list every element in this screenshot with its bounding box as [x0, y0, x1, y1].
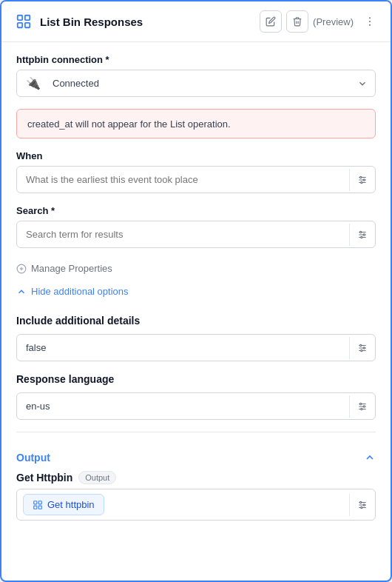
svg-point-41 [360, 501, 362, 503]
svg-point-17 [363, 233, 365, 235]
get-httpbin-tune-button[interactable] [349, 494, 375, 516]
edit-button[interactable] [260, 10, 282, 33]
search-field-group: Search * [16, 205, 376, 248]
svg-point-33 [361, 408, 362, 409]
section-divider [16, 432, 376, 432]
svg-rect-34 [34, 501, 37, 504]
alert-box: created_at will not appear for the List … [16, 109, 376, 138]
include-details-tune-button[interactable] [349, 337, 375, 359]
delete-button[interactable] [286, 10, 308, 33]
manage-properties-label: Manage Properties [31, 263, 112, 274]
include-details-title: Include additional details [16, 315, 376, 327]
header-actions: (Preview) [260, 10, 379, 33]
include-details-value: false [17, 335, 349, 361]
svg-point-31 [360, 403, 362, 404]
svg-point-5 [369, 21, 371, 22]
svg-point-10 [360, 176, 362, 178]
response-language-wrapper: en-us [16, 392, 376, 420]
main-panel: List Bin Responses (Preview) [0, 0, 392, 582]
when-field-group: When [16, 150, 376, 193]
svg-point-18 [361, 236, 362, 238]
svg-rect-37 [38, 506, 41, 509]
more-menu-button[interactable] [361, 13, 379, 30]
svg-point-42 [363, 504, 365, 505]
output-chevron-icon [364, 452, 376, 464]
response-language-tune-button[interactable] [349, 395, 375, 418]
svg-point-6 [369, 24, 371, 26]
alert-text: created_at will not appear for the List … [27, 118, 231, 130]
svg-point-12 [361, 181, 362, 183]
when-input-wrapper [16, 166, 376, 193]
svg-rect-2 [18, 23, 22, 27]
panel-title: List Bin Responses [40, 16, 254, 28]
preview-label: (Preview) [313, 16, 354, 27]
output-section: Output Get Httpbin Output [16, 444, 376, 521]
when-label: When [16, 150, 376, 161]
search-label: Search * [16, 205, 376, 216]
get-httpbin-label: Get Httpbin [16, 472, 72, 484]
get-httpbin-row: Get Httpbin Output [16, 471, 376, 484]
hide-options-label: Hide additional options [31, 286, 129, 297]
svg-point-16 [360, 231, 362, 233]
manage-properties-button[interactable]: Manage Properties [16, 260, 112, 277]
svg-point-26 [363, 347, 365, 348]
include-details-group: Include additional details false [16, 315, 376, 361]
when-input[interactable] [17, 167, 349, 193]
panel-body: httpbin connection * 🔌 Connected created… [1, 42, 391, 581]
connection-value: Connected [50, 70, 350, 96]
hide-options-button[interactable]: Hide additional options [16, 283, 129, 300]
when-tune-button[interactable] [349, 169, 375, 191]
connection-dropdown-button[interactable] [350, 73, 375, 95]
svg-point-43 [361, 506, 362, 508]
output-badge: Output [78, 471, 116, 484]
svg-point-11 [363, 178, 365, 180]
connection-field-group: httpbin connection * 🔌 Connected [16, 54, 376, 97]
svg-point-32 [363, 405, 365, 407]
get-httpbin-button[interactable]: Get httpbin [23, 494, 104, 515]
connection-label: httpbin connection * [16, 54, 376, 65]
connection-input-wrapper: 🔌 Connected [16, 70, 376, 97]
svg-rect-0 [18, 16, 22, 20]
header-icon [13, 11, 34, 32]
get-httpbin-input-wrapper: Get httpbin [16, 489, 376, 521]
output-header[interactable]: Output [16, 444, 376, 471]
panel-header: List Bin Responses (Preview) [1, 1, 391, 42]
svg-rect-35 [38, 501, 41, 504]
svg-point-4 [369, 17, 371, 19]
svg-rect-1 [25, 16, 30, 20]
svg-point-25 [360, 344, 362, 346]
include-details-wrapper: false [16, 334, 376, 361]
search-input[interactable] [17, 221, 349, 247]
response-language-value: en-us [17, 393, 349, 419]
plug-icon: 🔌 [17, 76, 50, 90]
svg-rect-36 [34, 506, 37, 509]
svg-rect-3 [25, 23, 30, 27]
response-language-group: Response language en-us [16, 373, 376, 420]
search-tune-button[interactable] [349, 224, 375, 246]
get-httpbin-btn-label: Get httpbin [47, 499, 95, 510]
output-title: Output [16, 452, 50, 464]
search-input-wrapper [16, 221, 376, 248]
svg-point-27 [361, 349, 362, 351]
response-language-title: Response language [16, 373, 376, 385]
